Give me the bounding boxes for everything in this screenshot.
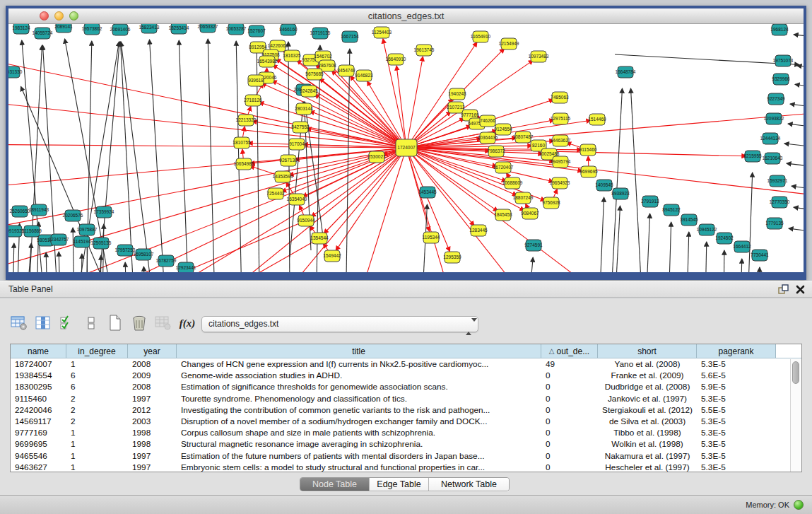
graph-node[interactable]: 9084067 <box>521 208 539 219</box>
graph-edge[interactable] <box>35 148 406 272</box>
graph-node[interactable]: 18253414 <box>169 24 189 34</box>
table-scrollbar-thumb[interactable] <box>792 361 799 384</box>
graph-node[interactable]: 1664412 <box>733 241 751 252</box>
graph-node[interactable]: 1810755 <box>233 137 251 148</box>
graph-node[interactable]: 8466160 <box>279 24 298 35</box>
graph-node[interactable]: 7254402 <box>266 188 285 199</box>
graph-node[interactable]: 19613745 <box>414 45 435 56</box>
graph-node[interactable]: 7485063 <box>551 92 569 103</box>
graph-node[interactable]: 10807487 <box>513 132 534 143</box>
graph-node[interactable]: 9124554 <box>494 124 512 135</box>
float-panel-icon[interactable] <box>778 284 789 295</box>
graph-node[interactable]: 1283445 <box>469 225 488 236</box>
graph-edge[interactable] <box>261 83 406 148</box>
graph-node[interactable]: 8454749 <box>337 65 355 76</box>
graph-node[interactable]: 12154949 <box>499 38 519 49</box>
graph-node[interactable]: 11254403 <box>372 27 392 38</box>
column-header-title[interactable]: title <box>177 344 541 358</box>
graph-node[interactable]: 9267130 <box>279 155 298 166</box>
graph-node[interactable]: 7986372 <box>487 146 505 157</box>
tab-edge-table[interactable]: Edge Table <box>369 478 428 491</box>
graph-edge[interactable] <box>406 57 423 148</box>
graph-node[interactable]: 2803144 <box>295 103 313 115</box>
graph-edge[interactable] <box>599 197 604 272</box>
graph-node[interactable]: 2089141 <box>54 24 73 33</box>
graph-node[interactable]: 746266 <box>480 115 495 127</box>
graph-edge[interactable] <box>13 243 14 272</box>
column-header-name[interactable]: name <box>11 344 66 358</box>
graph-edge[interactable] <box>611 88 623 272</box>
graph-node[interactable]: 1924502 <box>715 233 734 244</box>
graph-node[interactable]: 10945122 <box>697 224 717 235</box>
new-file-icon[interactable] <box>103 313 127 334</box>
graph-node[interactable]: 19573862 <box>82 24 102 35</box>
graph-node[interactable]: 10719135 <box>310 28 331 39</box>
graph-node[interactable]: 9150944 <box>297 215 315 226</box>
graph-edge[interactable] <box>396 66 406 148</box>
graph-edge[interactable] <box>529 257 533 272</box>
graph-node[interactable]: 8215955 <box>743 151 762 162</box>
graph-node[interactable]: 5675685 <box>305 69 324 80</box>
graph-node[interactable]: 1145194 <box>73 236 91 247</box>
rows-icon[interactable] <box>79 313 103 334</box>
graph-node[interactable]: 10973483 <box>529 51 549 62</box>
graph-edge[interactable] <box>121 42 153 272</box>
graph-node[interactable]: 12770350 <box>770 197 790 208</box>
graph-edge[interactable] <box>784 144 804 148</box>
table-row[interactable]: 1456911722003Disruption of a novel membe… <box>11 416 801 427</box>
graph-node[interactable]: 14055724 <box>33 28 53 39</box>
graph-node[interactable]: 1549442 <box>323 250 341 262</box>
graph-node[interactable]: 10654985 <box>234 158 254 170</box>
graph-edge[interactable] <box>311 148 406 217</box>
graph-edge[interactable] <box>687 232 689 272</box>
graph-node[interactable]: 1845453 <box>494 209 512 221</box>
graph-edge[interactable] <box>150 40 166 272</box>
graph-node[interactable]: 8427552 <box>291 122 310 133</box>
graph-node[interactable]: 19751074 <box>773 55 794 66</box>
graph-node[interactable]: 1968124 <box>770 24 789 35</box>
graph-edge[interactable] <box>669 222 671 272</box>
graph-edge[interactable] <box>797 66 804 69</box>
graph-edge[interactable] <box>646 214 650 272</box>
function-icon[interactable]: f(x) <box>175 313 199 334</box>
graph-node[interactable]: 1940243 <box>448 88 466 100</box>
graph-node[interactable]: 17957253 <box>115 245 136 256</box>
graph-edge[interactable] <box>336 148 406 251</box>
graph-node[interactable]: 19654923 <box>550 177 570 189</box>
table-row[interactable]: 1872400712008Changes of HCN gene express… <box>11 358 801 370</box>
graph-node[interactable]: 20691406 <box>110 24 131 35</box>
graph-node[interactable]: 16720407 <box>493 162 514 173</box>
column-header-pagerank[interactable]: pagerank <box>697 344 776 358</box>
graph-edge[interactable] <box>724 250 724 272</box>
graph-edge[interactable] <box>794 35 804 38</box>
graph-edge[interactable] <box>143 267 146 272</box>
graph-node[interactable]: 9756928 <box>542 197 560 209</box>
table-row[interactable]: 1830029562008Estimation of significance … <box>11 381 801 392</box>
graph-node[interactable]: 16210643 <box>763 153 783 164</box>
graph-node[interactable]: 10653287 <box>226 24 247 35</box>
graph-node[interactable]: 12213323 <box>236 115 257 126</box>
column-header-in_degree[interactable]: in_degree <box>66 344 128 358</box>
network-canvas[interactable]: 1983124140557242089141195738622069140615… <box>8 24 804 272</box>
graph-edge[interactable] <box>631 88 643 272</box>
graph-edge[interactable] <box>81 254 82 272</box>
graph-node[interactable]: 25260650 <box>10 206 30 217</box>
graph-edge[interactable] <box>705 242 707 272</box>
graph-edge[interactable] <box>73 228 74 272</box>
column-header-out_de[interactable]: △out_de... <box>541 344 598 358</box>
graph-edge[interactable] <box>787 163 804 168</box>
graph-node[interactable]: 939618 <box>248 75 264 86</box>
delete-table-icon[interactable] <box>151 313 175 334</box>
graph-edge[interactable] <box>46 252 47 272</box>
graph-node[interactable]: 9699695 <box>579 166 598 177</box>
tab-network-table[interactable]: Network Table <box>428 478 509 491</box>
graph-edge[interactable] <box>792 186 804 191</box>
select-rows-icon[interactable] <box>55 313 79 334</box>
graph-node[interactable]: 8945122 <box>662 204 681 216</box>
table-row[interactable]: 2242004622012Investigating the contribut… <box>11 404 801 416</box>
graph-node[interactable]: 7730441 <box>751 250 769 261</box>
graph-node[interactable]: 1514469 <box>588 114 606 125</box>
graph-node[interactable]: 10975887 <box>77 224 98 235</box>
graph-edge[interactable] <box>795 84 804 89</box>
graph-node[interactable]: 16543982 <box>257 56 278 67</box>
